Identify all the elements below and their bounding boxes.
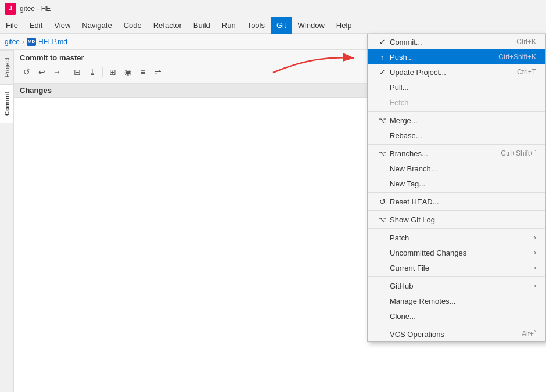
menu-separator-14 [368, 210, 545, 211]
menu-item-label: Push... [390, 53, 413, 62]
menu-item-shortcut: Alt+` [522, 330, 536, 338]
breadcrumb-filename[interactable]: HELP.md [38, 38, 67, 46]
breadcrumb-sep: › [22, 38, 24, 46]
git-menu-item-new-branch-[interactable]: New Branch... [368, 161, 545, 176]
git-menu-item-branches-[interactable]: ⌥Branches...Ctrl+Shift+` [368, 146, 545, 161]
menu-item-label: Reset HEAD... [390, 197, 439, 206]
menu-item-label: Pull... [390, 83, 409, 92]
menu-item-label: Uncommitted Changes [390, 249, 466, 257]
menu-separator-5 [368, 111, 545, 112]
menu-item-label: Current File [390, 264, 429, 272]
title-text: gitee - HE [20, 5, 51, 13]
git-menu-item-new-tag-[interactable]: New Tag... [368, 176, 545, 191]
menu-git[interactable]: Git [271, 17, 292, 34]
menu-item-label: VCS Operations [390, 330, 444, 339]
git-menu-item-github[interactable]: GitHub› [368, 278, 545, 293]
toolbar-sep-2 [102, 67, 103, 77]
download-button[interactable]: ⤓ [85, 65, 99, 79]
git-menu-item-clone-[interactable]: Clone... [368, 308, 545, 323]
menu-navigate[interactable]: Navigate [76, 17, 117, 34]
menu-item-icon: ⌥ [377, 215, 387, 224]
submenu-arrow-icon: › [534, 264, 536, 272]
menu-item-label: Fetch [390, 98, 409, 107]
menu-view[interactable]: View [48, 17, 76, 34]
menu-item-shortcut: Ctrl+Shift+` [501, 149, 536, 157]
git-dropdown: ✓Commit...Ctrl+K↑Push...Ctrl+Shift+K✓Upd… [367, 34, 546, 342]
menu-edit[interactable]: Edit [24, 17, 48, 34]
menu-item-shortcut: Ctrl+K [516, 38, 536, 46]
menu-code[interactable]: Code [118, 17, 148, 34]
diff-button[interactable]: ⇌ [151, 65, 165, 79]
left-sidebar: ProjectCommit [0, 50, 14, 392]
menu-tools[interactable]: Tools [242, 17, 271, 34]
menu-separator-16 [368, 228, 545, 229]
menu-separator-8 [368, 144, 545, 145]
stage-button[interactable]: ⊟ [70, 65, 84, 79]
forward-button[interactable]: → [50, 65, 64, 79]
grid-button[interactable]: ⊞ [106, 65, 120, 79]
menu-item-label: Update Project... [390, 68, 446, 77]
git-menu-item-commit-[interactable]: ✓Commit...Ctrl+K [368, 34, 545, 49]
git-menu-item-show-git-log[interactable]: ⌥Show Git Log [368, 212, 545, 227]
git-menu-item-uncommitted-changes[interactable]: Uncommitted Changes› [368, 245, 545, 260]
menu-item-label: Commit... [390, 38, 422, 46]
submenu-arrow-icon: › [534, 233, 536, 242]
menu-bar: FileEditViewNavigateCodeRefactorBuildRun… [0, 17, 546, 34]
menu-item-shortcut: Ctrl+Shift+K [498, 53, 536, 61]
git-menu-item-pull-[interactable]: Pull... [368, 80, 545, 95]
git-menu-item-push-[interactable]: ↑Push...Ctrl+Shift+K [368, 49, 545, 64]
menu-item-shortcut: Ctrl+T [517, 68, 536, 76]
menu-item-label: Branches... [390, 149, 428, 158]
git-menu-item-fetch: Fetch [368, 95, 545, 110]
git-menu-item-manage-remotes-[interactable]: Manage Remotes... [368, 293, 545, 308]
git-menu-item-merge-[interactable]: ⌥Merge... [368, 113, 545, 128]
title-bar: J gitee - HE [0, 0, 546, 17]
menu-item-icon: ✓ [377, 68, 387, 77]
menu-window[interactable]: Window [292, 17, 331, 34]
menu-run[interactable]: Run [216, 17, 242, 34]
sidebar-tab-project[interactable]: Project [0, 50, 13, 84]
menu-build[interactable]: Build [188, 17, 216, 34]
git-menu-item-reset-head-[interactable]: ↺Reset HEAD... [368, 194, 545, 209]
menu-separator-12 [368, 192, 545, 193]
list-button[interactable]: ≡ [136, 65, 150, 79]
menu-item-label: Patch [390, 233, 409, 242]
toolbar-sep-1 [67, 67, 67, 77]
app-icon: J [5, 3, 16, 15]
menu-item-label: Manage Remotes... [390, 297, 455, 305]
sidebar-tab-commit[interactable]: Commit [0, 84, 13, 123]
menu-separator-20 [368, 276, 545, 277]
submenu-arrow-icon: › [534, 282, 536, 290]
refresh-button[interactable]: ↺ [20, 65, 34, 79]
menu-item-label: Rebase... [390, 131, 422, 140]
menu-item-label: New Branch... [390, 164, 437, 173]
menu-item-label: New Tag... [390, 179, 425, 188]
eye-button[interactable]: ◉ [121, 65, 135, 79]
menu-item-icon: ✓ [377, 38, 387, 46]
menu-help[interactable]: Help [331, 17, 358, 34]
menu-item-icon: ↺ [377, 197, 387, 206]
menu-item-icon: ⌥ [377, 116, 387, 125]
menu-item-icon: ↑ [377, 53, 387, 62]
menu-file[interactable]: File [0, 17, 24, 34]
menu-item-label: Merge... [390, 116, 418, 125]
git-menu-item-update-project-[interactable]: ✓Update Project...Ctrl+T [368, 64, 545, 80]
menu-refactor[interactable]: Refactor [148, 17, 188, 34]
git-menu-item-current-file[interactable]: Current File› [368, 260, 545, 275]
git-menu-item-rebase-[interactable]: Rebase... [368, 128, 545, 143]
file-type-icon: MD [27, 38, 36, 46]
menu-item-label: GitHub [390, 282, 413, 290]
undo-button[interactable]: ↩ [35, 65, 49, 79]
git-menu-item-vcs-operations[interactable]: VCS OperationsAlt+` [368, 326, 545, 341]
menu-item-label: Show Git Log [390, 215, 435, 224]
menu-separator-24 [368, 325, 545, 325]
breadcrumb-project[interactable]: gitee [5, 38, 20, 46]
git-menu-item-patch[interactable]: Patch› [368, 230, 545, 245]
menu-item-icon: ⌥ [377, 149, 387, 158]
submenu-arrow-icon: › [534, 249, 536, 257]
menu-item-label: Clone... [390, 312, 416, 321]
